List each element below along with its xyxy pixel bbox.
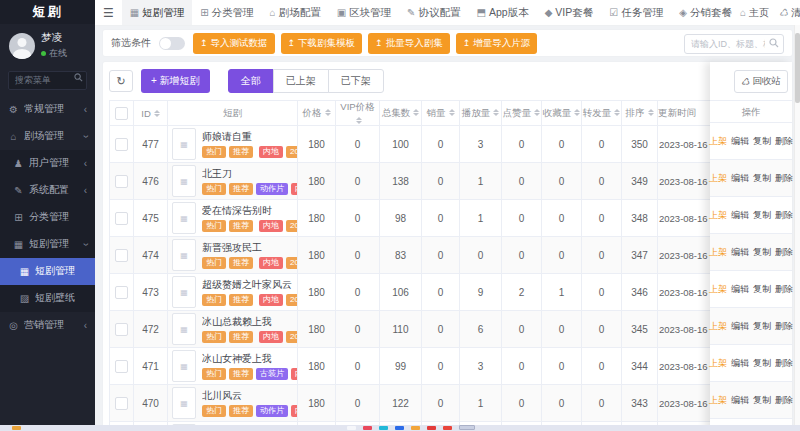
cover-thumbnail[interactable]: ▦: [172, 313, 196, 345]
search-icon[interactable]: [769, 38, 779, 48]
taskbar-app-icon[interactable]: [427, 426, 436, 430]
nav-tab-category-management[interactable]: ⊞分类管理: [192, 0, 261, 25]
action-delete-link[interactable]: 删除: [775, 172, 793, 185]
action-edit-link[interactable]: 编辑: [731, 394, 749, 407]
nav-tab-drama-management[interactable]: ▦短剧管理: [122, 0, 192, 25]
action-copy-link[interactable]: 复制: [753, 283, 771, 296]
nav-tab-theater-config[interactable]: ⌂剧场配置: [262, 0, 329, 25]
row-checkbox[interactable]: [115, 323, 128, 336]
add-drama-button[interactable]: + 新增短剧: [141, 69, 210, 93]
cover-thumbnail[interactable]: ▦: [172, 239, 196, 271]
action-publish-link[interactable]: 上架: [709, 394, 727, 407]
action-publish-link[interactable]: 上架: [709, 172, 727, 185]
cover-thumbnail[interactable]: ▦: [172, 276, 196, 308]
status-tab-all[interactable]: 全部: [228, 69, 274, 93]
action-edit-link[interactable]: 编辑: [731, 209, 749, 222]
nav-tab-distribution-package[interactable]: ◈分销套餐: [671, 0, 740, 25]
taskbar-app-icon[interactable]: [411, 426, 420, 430]
sort-icon[interactable]: [574, 109, 580, 116]
row-checkbox[interactable]: [115, 397, 128, 410]
action-delete-link[interactable]: 删除: [775, 283, 793, 296]
home-link[interactable]: ⌂ 主页: [740, 6, 769, 20]
status-tab-on-shelf[interactable]: 已上架: [273, 69, 329, 93]
action-delete-link[interactable]: 删除: [775, 320, 793, 333]
page-scrollbar[interactable]: [794, 25, 800, 425]
cover-thumbnail[interactable]: ▦: [172, 202, 196, 234]
sort-icon[interactable]: [154, 110, 160, 117]
action-publish-link[interactable]: 上架: [709, 357, 727, 370]
os-taskbar[interactable]: [0, 425, 800, 431]
row-checkbox[interactable]: [115, 212, 128, 225]
action-publish-link[interactable]: 上架: [709, 283, 727, 296]
row-checkbox[interactable]: [115, 175, 128, 188]
action-publish-link[interactable]: 上架: [709, 320, 727, 333]
sort-icon[interactable]: [614, 109, 620, 116]
action-copy-link[interactable]: 复制: [753, 135, 771, 148]
action-edit-link[interactable]: 编辑: [731, 172, 749, 185]
nav-tab-block-management[interactable]: ▣区块管理: [329, 0, 399, 25]
sidebar-item-drama-management-group[interactable]: ▦短剧管理‹: [0, 231, 95, 258]
action-delete-link[interactable]: 删除: [775, 135, 793, 148]
action-publish-link[interactable]: 上架: [709, 246, 727, 259]
action-copy-link[interactable]: 复制: [753, 209, 771, 222]
sort-icon[interactable]: [356, 117, 362, 124]
hamburger-icon[interactable]: ☰: [95, 6, 122, 20]
filter-toggle[interactable]: [159, 37, 185, 50]
sidebar-item-general-management[interactable]: ⚙常规管理‹: [0, 96, 95, 123]
action-delete-link[interactable]: 删除: [775, 357, 793, 370]
sidebar-item-marketing-management[interactable]: ◎营销管理‹: [0, 312, 95, 339]
action-publish-link[interactable]: 上架: [709, 209, 727, 222]
cover-thumbnail[interactable]: ▦: [172, 128, 196, 160]
action-edit-link[interactable]: 编辑: [731, 357, 749, 370]
sort-icon[interactable]: [648, 109, 654, 116]
import-action-button-3[interactable]: ↥增量导入片源: [456, 33, 538, 54]
import-action-button-2[interactable]: ↥批量导入剧集: [368, 33, 450, 54]
sidebar-item-category-management[interactable]: ⊞分类管理: [0, 204, 95, 231]
import-action-button-0[interactable]: ↥导入测试数据: [193, 33, 275, 54]
import-action-button-1[interactable]: ↥下载剧集模板: [281, 33, 363, 54]
taskbar-app-icon[interactable]: [443, 426, 452, 430]
action-copy-link[interactable]: 复制: [753, 246, 771, 259]
nav-tab-task-management[interactable]: ☑任务管理: [601, 0, 671, 25]
sidebar-item-theater-management[interactable]: ⌂剧场管理‹: [0, 123, 95, 150]
clear-cache-button[interactable]: ♺ 清除缓存: [779, 6, 800, 20]
refresh-button[interactable]: ↻: [109, 70, 133, 92]
row-checkbox[interactable]: [115, 286, 128, 299]
action-publish-link[interactable]: 上架: [709, 135, 727, 148]
taskbar-app-icon[interactable]: [379, 426, 388, 430]
status-tab-off-shelf[interactable]: 已下架: [328, 69, 384, 93]
cover-thumbnail[interactable]: ▦: [172, 350, 196, 382]
sort-icon[interactable]: [325, 109, 331, 116]
scrollbar-thumb[interactable]: [795, 33, 800, 103]
select-all-checkbox[interactable]: [115, 107, 128, 120]
action-delete-link[interactable]: 删除: [775, 394, 793, 407]
cover-thumbnail[interactable]: ▦: [172, 165, 196, 197]
taskbar-app-icon[interactable]: [12, 426, 21, 430]
sort-icon[interactable]: [449, 109, 455, 116]
row-checkbox[interactable]: [115, 249, 128, 262]
sort-icon[interactable]: [534, 109, 540, 116]
sidebar-item-drama-list[interactable]: ▦短剧管理: [0, 258, 95, 285]
action-copy-link[interactable]: 复制: [753, 394, 771, 407]
cover-thumbnail[interactable]: ▦: [172, 387, 196, 419]
action-copy-link[interactable]: 复制: [753, 357, 771, 370]
action-edit-link[interactable]: 编辑: [731, 283, 749, 296]
sort-icon[interactable]: [493, 109, 499, 116]
sidebar-item-drama-wallpaper[interactable]: ▨短剧壁纸: [0, 285, 95, 312]
taskbar-active-window[interactable]: [459, 425, 475, 430]
nav-tab-vip-package[interactable]: ◆VIP套餐: [537, 0, 602, 25]
action-delete-link[interactable]: 删除: [775, 209, 793, 222]
action-copy-link[interactable]: 复制: [753, 172, 771, 185]
sort-icon[interactable]: [413, 109, 419, 116]
recycle-bin-button[interactable]: ♺ 回收站: [734, 70, 788, 93]
action-copy-link[interactable]: 复制: [753, 320, 771, 333]
sidebar-item-user-management[interactable]: ♟用户管理‹: [0, 150, 95, 177]
row-checkbox[interactable]: [115, 360, 128, 373]
action-edit-link[interactable]: 编辑: [731, 246, 749, 259]
nav-tab-app-version[interactable]: ⬒App版本: [469, 0, 537, 25]
action-delete-link[interactable]: 删除: [775, 246, 793, 259]
taskbar-app-icon[interactable]: [363, 426, 372, 430]
nav-tab-protocol-config[interactable]: ✎协议配置: [399, 0, 468, 25]
sidebar-item-system-config[interactable]: ✎系统配置‹: [0, 177, 95, 204]
taskbar-app-icon[interactable]: [347, 426, 356, 430]
